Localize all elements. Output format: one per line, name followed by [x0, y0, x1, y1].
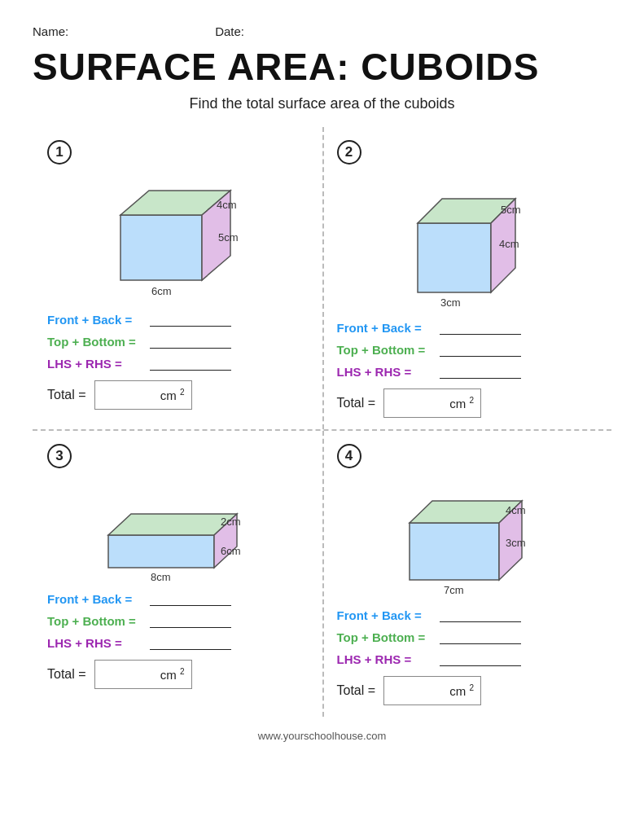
top-bottom-row-3: Top + Bottom =: [47, 614, 308, 628]
problem-2: 2 5cm 4cm 3cm Front + Back: [322, 127, 612, 429]
svg-text:4cm: 4cm: [506, 504, 526, 516]
total-box-1[interactable]: cm 2: [94, 380, 192, 410]
problem-4: 4 4cm 3cm 7cm Front + Back: [322, 431, 612, 717]
header: Name: Date:: [33, 24, 611, 38]
svg-text:2cm: 2cm: [221, 516, 241, 528]
lhs-rhs-input-1[interactable]: [150, 358, 231, 371]
total-row-1: Total = cm 2: [47, 380, 308, 410]
front-back-row-4: Front + Back =: [337, 608, 598, 622]
front-back-label-4: Front + Back =: [337, 608, 435, 622]
svg-marker-18: [410, 523, 499, 580]
lhs-rhs-label-4: LHS + RHS =: [337, 652, 435, 666]
page: Name: Date: SURFACE AREA: CUBOIDS Find t…: [0, 0, 644, 834]
problem-3: 3 2cm 6cm 8cm Front + Back: [33, 431, 322, 717]
lhs-rhs-input-2[interactable]: [440, 366, 521, 379]
top-bottom-row-1: Top + Bottom =: [47, 335, 308, 349]
cm2-4: cm 2: [449, 683, 474, 698]
lhs-rhs-label-3: LHS + RHS =: [47, 636, 145, 650]
top-bottom-label-4: Top + Bottom =: [337, 630, 435, 644]
cm2-2: cm 2: [449, 396, 474, 410]
svg-marker-6: [418, 223, 491, 292]
equations-1: Front + Back = Top + Bottom = LHS + RHS …: [47, 313, 308, 371]
problem-1: 1 4cm 5cm 6cm Front + Back: [33, 127, 322, 429]
svg-text:7cm: 7cm: [444, 584, 464, 596]
problem-1-number: 1: [47, 140, 72, 165]
total-box-2[interactable]: cm 2: [383, 388, 481, 418]
lhs-rhs-label-2: LHS + RHS =: [337, 365, 435, 379]
svg-text:8cm: 8cm: [151, 571, 171, 583]
lhs-rhs-label-1: LHS + RHS =: [47, 357, 145, 371]
svg-text:3cm: 3cm: [506, 537, 526, 549]
cuboid-2: 5cm 4cm 3cm: [337, 174, 598, 313]
front-back-input-2[interactable]: [440, 322, 521, 335]
total-label-4: Total =: [337, 683, 376, 698]
total-label-1: Total =: [47, 388, 86, 402]
total-label-3: Total =: [47, 667, 86, 682]
top-bottom-input-4[interactable]: [440, 631, 521, 644]
front-back-input-1[interactable]: [150, 314, 231, 327]
cuboid-3: 2cm 6cm 8cm: [47, 478, 308, 584]
top-bottom-input-2[interactable]: [440, 344, 521, 357]
svg-marker-12: [108, 535, 214, 568]
front-back-label-3: Front + Back =: [47, 592, 145, 606]
lhs-rhs-row-2: LHS + RHS =: [337, 365, 598, 379]
page-title: SURFACE AREA: CUBOIDS: [33, 45, 611, 89]
total-box-4[interactable]: cm 2: [383, 676, 481, 705]
total-row-3: Total = cm 2: [47, 660, 308, 689]
name-label: Name:: [33, 24, 68, 38]
svg-text:4cm: 4cm: [217, 199, 237, 211]
front-back-row-3: Front + Back =: [47, 592, 308, 606]
top-bottom-label-2: Top + Bottom =: [337, 343, 435, 357]
top-bottom-row-2: Top + Bottom =: [337, 343, 598, 357]
cuboid-4: 4cm 3cm 7cm: [337, 478, 598, 600]
lhs-rhs-input-4[interactable]: [440, 653, 521, 666]
problem-4-number: 4: [337, 444, 361, 468]
front-back-input-3[interactable]: [150, 593, 231, 606]
top-bottom-row-4: Top + Bottom =: [337, 630, 598, 644]
lhs-rhs-row-4: LHS + RHS =: [337, 652, 598, 666]
total-box-3[interactable]: cm 2: [94, 660, 192, 689]
cuboid-1: 4cm 5cm 6cm: [47, 174, 308, 305]
front-back-label-1: Front + Back =: [47, 313, 145, 327]
svg-marker-0: [120, 215, 202, 280]
page-subtitle: Find the total surface area of the cuboi…: [33, 95, 611, 112]
total-label-2: Total =: [337, 396, 376, 410]
svg-text:5cm: 5cm: [501, 204, 521, 216]
svg-text:3cm: 3cm: [440, 296, 461, 309]
problem-2-number: 2: [337, 140, 361, 165]
top-bottom-input-3[interactable]: [150, 615, 231, 628]
lhs-rhs-input-3[interactable]: [150, 637, 231, 650]
top-bottom-label-1: Top + Bottom =: [47, 335, 145, 349]
lhs-rhs-row-1: LHS + RHS =: [47, 357, 308, 371]
svg-text:6cm: 6cm: [151, 285, 172, 297]
top-bottom-label-3: Top + Bottom =: [47, 614, 145, 628]
svg-text:5cm: 5cm: [218, 231, 239, 244]
svg-text:6cm: 6cm: [221, 545, 241, 557]
cm2-3: cm 2: [160, 667, 185, 682]
top-bottom-input-1[interactable]: [150, 336, 231, 349]
front-back-row-1: Front + Back =: [47, 313, 308, 327]
svg-text:4cm: 4cm: [499, 238, 519, 250]
cm2-1: cm 2: [160, 388, 185, 402]
equations-3: Front + Back = Top + Bottom = LHS + RHS …: [47, 592, 308, 650]
problem-3-number: 3: [47, 444, 72, 468]
footer-url: www.yourschoolhouse.com: [258, 730, 387, 742]
front-back-input-4[interactable]: [440, 609, 521, 622]
equations-4: Front + Back = Top + Bottom = LHS + RHS …: [337, 608, 598, 666]
equations-2: Front + Back = Top + Bottom = LHS + RHS …: [337, 321, 598, 379]
lhs-rhs-row-3: LHS + RHS =: [47, 636, 308, 650]
date-label: Date:: [215, 24, 244, 38]
front-back-label-2: Front + Back =: [337, 321, 435, 335]
front-back-row-2: Front + Back =: [337, 321, 598, 335]
total-row-4: Total = cm 2: [337, 676, 598, 705]
total-row-2: Total = cm 2: [337, 388, 598, 418]
footer: www.yourschoolhouse.com: [33, 730, 611, 748]
